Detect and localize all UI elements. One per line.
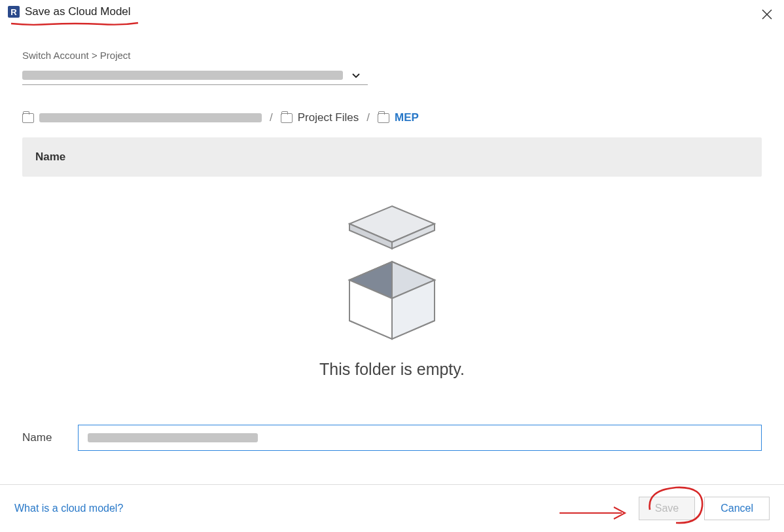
empty-box-icon bbox=[340, 203, 444, 340]
path-separator: / bbox=[366, 111, 370, 124]
redacted-project-name bbox=[22, 71, 343, 80]
svg-marker-2 bbox=[349, 206, 435, 242]
path-segment-current[interactable]: MEP bbox=[395, 111, 419, 124]
revit-app-icon: R bbox=[8, 6, 20, 18]
title-bar: R Save as Cloud Model bbox=[0, 0, 784, 24]
path-separator: / bbox=[270, 111, 273, 124]
footer-buttons: Save Cancel bbox=[639, 497, 770, 520]
close-button[interactable] bbox=[762, 8, 772, 23]
dialog-content: Switch Account > Project / Project Files… bbox=[0, 24, 784, 457]
help-link-cloud-model[interactable]: What is a cloud model? bbox=[14, 503, 123, 514]
empty-folder-state: This folder is empty. bbox=[22, 177, 762, 399]
cancel-button[interactable]: Cancel bbox=[704, 497, 770, 520]
dialog-title: Save as Cloud Model bbox=[25, 5, 131, 18]
filename-row: Name bbox=[22, 425, 762, 451]
breadcrumb-label: Switch Account > Project bbox=[22, 50, 762, 61]
redacted-filename-value bbox=[88, 433, 258, 442]
redacted-path-segment[interactable] bbox=[39, 113, 262, 122]
empty-folder-message: This folder is empty. bbox=[319, 360, 465, 379]
file-list-header: Name bbox=[22, 137, 762, 177]
project-dropdown[interactable] bbox=[22, 70, 368, 85]
filename-label: Name bbox=[22, 431, 52, 444]
folder-icon bbox=[378, 113, 389, 123]
folder-path: / Project Files / MEP bbox=[22, 111, 762, 124]
path-segment-project-files[interactable]: Project Files bbox=[298, 111, 359, 124]
folder-icon bbox=[22, 113, 34, 123]
column-header-name: Name bbox=[35, 151, 65, 163]
filename-input[interactable] bbox=[78, 425, 762, 451]
chevron-down-icon bbox=[352, 70, 360, 80]
folder-icon bbox=[281, 113, 293, 123]
save-button[interactable]: Save bbox=[639, 497, 695, 520]
dialog-footer: What is a cloud model? Save Cancel bbox=[0, 484, 784, 532]
